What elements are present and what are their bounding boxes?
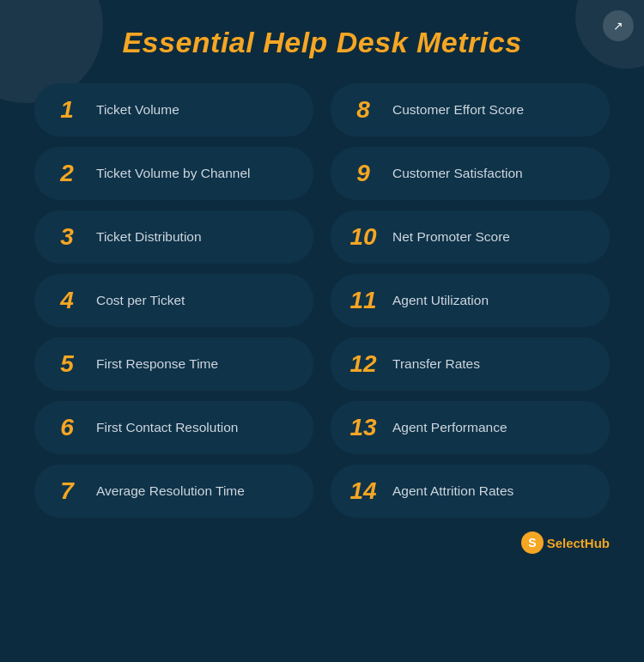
metric-item-4: 4Cost per Ticket xyxy=(34,274,313,327)
metric-number-7: 7 xyxy=(52,477,82,505)
metric-item-7: 7Average Resolution Time xyxy=(34,465,313,518)
metric-label-9: Customer Satisfaction xyxy=(392,165,523,182)
metric-number-4: 4 xyxy=(52,287,82,314)
selecthub-logo-icon: S xyxy=(521,531,544,554)
metric-item-2: 2Ticket Volume by Channel xyxy=(34,147,313,200)
metric-label-2: Ticket Volume by Channel xyxy=(96,165,251,182)
metric-number-9: 9 xyxy=(348,160,379,187)
footer-logo-hub: Hub xyxy=(585,536,610,550)
metric-label-13: Agent Performance xyxy=(392,419,507,436)
metric-label-3: Ticket Distribution xyxy=(96,228,202,246)
metric-label-11: Agent Utilization xyxy=(392,292,489,309)
metric-label-5: First Response Time xyxy=(96,355,218,373)
main-container: Essential Help Desk Metrics 1Ticket Volu… xyxy=(0,0,644,662)
metric-label-12: Transfer Rates xyxy=(392,355,480,373)
metric-label-7: Average Resolution Time xyxy=(96,483,245,500)
metric-number-14: 14 xyxy=(348,477,379,505)
metric-item-6: 6First Contact Resolution xyxy=(34,401,313,454)
metrics-grid: 1Ticket Volume8Customer Effort Score2Tic… xyxy=(34,83,610,518)
metric-label-6: First Contact Resolution xyxy=(96,419,238,436)
metric-label-1: Ticket Volume xyxy=(96,101,179,118)
metric-number-12: 12 xyxy=(348,350,379,378)
metric-number-5: 5 xyxy=(52,350,82,378)
share-icon: ↗ xyxy=(613,19,623,33)
metric-number-6: 6 xyxy=(52,414,82,441)
metric-item-13: 13Agent Performance xyxy=(331,401,610,454)
metric-label-4: Cost per Ticket xyxy=(96,292,185,309)
metric-item-3: 3Ticket Distribution xyxy=(34,210,313,264)
metric-item-1: 1Ticket Volume xyxy=(34,83,313,137)
metric-label-8: Customer Effort Score xyxy=(392,101,524,118)
metric-number-2: 2 xyxy=(52,160,82,187)
metric-item-11: 11Agent Utilization xyxy=(331,274,610,327)
metric-item-10: 10Net Promoter Score xyxy=(331,210,610,264)
metric-item-14: 14Agent Attrition Rates xyxy=(331,465,610,518)
page-title: Essential Help Desk Metrics xyxy=(34,26,610,59)
metric-number-8: 8 xyxy=(348,96,379,124)
metric-item-8: 8Customer Effort Score xyxy=(331,83,610,137)
metric-item-5: 5First Response Time xyxy=(34,337,313,391)
metric-number-13: 13 xyxy=(348,414,379,441)
metric-label-10: Net Promoter Score xyxy=(392,228,510,246)
metric-number-10: 10 xyxy=(348,223,379,251)
svg-text:S: S xyxy=(528,536,536,550)
metric-item-12: 12Transfer Rates xyxy=(331,337,610,391)
brand-logo: S SelectHub xyxy=(521,531,610,554)
metric-number-1: 1 xyxy=(52,96,82,124)
metric-number-3: 3 xyxy=(52,223,82,251)
metric-item-9: 9Customer Satisfaction xyxy=(331,147,610,200)
footer-logo-select: Select xyxy=(547,536,585,550)
footer: S SelectHub xyxy=(34,531,610,554)
share-button[interactable]: ↗ xyxy=(603,10,634,41)
metric-label-14: Agent Attrition Rates xyxy=(392,483,513,500)
metric-number-11: 11 xyxy=(348,287,379,314)
footer-logo-text: SelectHub xyxy=(547,536,610,550)
